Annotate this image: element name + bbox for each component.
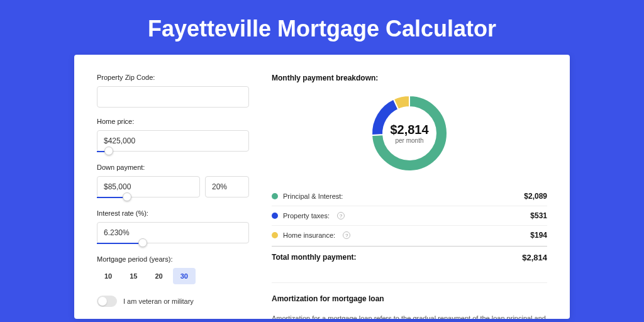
inputs-column: Property Zip Code: Home price: Down paym… [97,74,249,319]
breakdown-title: Monthly payment breakdown: [272,74,547,82]
legend-value: $194 [530,231,547,240]
donut-chart: $2,814 per month [272,92,547,174]
down-payment-slider[interactable] [97,196,249,199]
legend-value: $531 [530,211,547,220]
donut-center-sub: per month [390,137,428,144]
breakdown-column: Monthly payment breakdown: $2,814 per mo… [272,74,547,319]
zip-input[interactable] [97,86,249,108]
down-payment-label: Down payment: [97,164,249,171]
legend-label: Principal & Interest: [283,192,343,200]
mortgage-period-label: Mortgage period (years): [97,255,249,263]
zip-label: Property Zip Code: [97,74,249,81]
veteran-label: I am veteran or military [123,297,194,305]
calculator-card: Property Zip Code: Home price: Down paym… [74,55,570,319]
legend-row: Property taxes:?$531 [272,206,547,226]
veteran-toggle[interactable] [97,296,117,307]
total-value: $2,814 [522,253,547,262]
period-button-10[interactable]: 10 [97,268,119,284]
legend-dot [272,193,278,199]
period-button-30[interactable]: 30 [173,268,196,284]
slider-thumb[interactable] [104,147,113,155]
home-price-input[interactable] [97,130,249,152]
legend-row: Home insurance:?$194 [272,226,547,245]
donut-center-value: $2,814 [390,123,428,137]
down-payment-pct-input[interactable] [205,176,249,197]
info-icon[interactable]: ? [343,231,350,239]
period-button-15[interactable]: 15 [122,268,145,284]
info-icon[interactable]: ? [337,212,345,219]
slider-thumb[interactable] [123,192,131,201]
legend-dot [272,213,278,219]
legend-row: Principal & Interest:$2,089 [272,187,547,206]
legend-dot [272,232,278,238]
legend-value: $2,089 [524,192,547,201]
down-payment-input[interactable] [97,176,200,197]
interest-rate-input[interactable] [97,222,249,243]
interest-rate-label: Interest rate (%): [97,209,249,217]
legend-label: Property taxes: [283,212,330,219]
home-price-label: Home price: [97,118,249,125]
page-title: Fayetteville Mortgage Calculator [0,0,644,55]
period-button-20[interactable]: 20 [148,268,170,284]
amortization-title: Amortization for mortgage loan [272,294,547,303]
amortization-text: Amortization for a mortgage loan refers … [272,313,547,319]
home-price-slider[interactable] [97,150,249,153]
interest-rate-slider[interactable] [97,242,249,245]
total-label: Total monthly payment: [272,253,356,262]
legend-label: Home insurance: [283,231,335,239]
switch-thumb [98,297,107,306]
slider-thumb[interactable] [138,238,147,247]
